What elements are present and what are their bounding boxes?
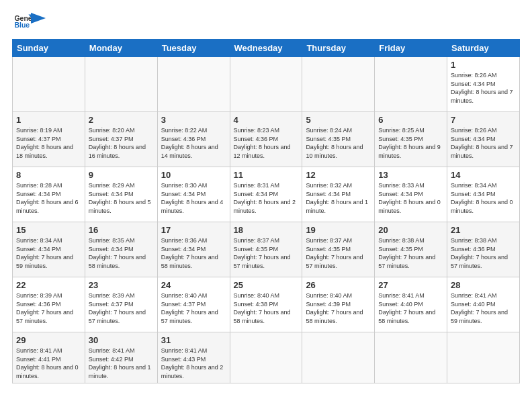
day-info: Sunrise: 8:19 AMSunset: 4:37 PMDaylight:… [16,127,73,159]
calendar-cell: 18 Sunrise: 8:37 AMSunset: 4:35 PMDaylig… [230,222,302,277]
calendar-cell: 20 Sunrise: 8:38 AMSunset: 4:35 PMDaylig… [375,222,447,277]
calendar-cell: 30 Sunrise: 8:41 AMSunset: 4:42 PMDaylig… [85,332,157,383]
day-number: 2 [89,115,154,125]
day-info: Sunrise: 8:38 AMSunset: 4:36 PMDaylight:… [451,237,508,269]
logo: General Blue [12,12,46,34]
calendar-cell: 1 Sunrise: 8:26 AMSunset: 4:34 PMDayligh… [447,57,520,112]
day-info: Sunrise: 8:38 AMSunset: 4:35 PMDaylight:… [378,237,435,269]
day-info: Sunrise: 8:20 AMSunset: 4:37 PMDaylight:… [89,127,146,159]
calendar-cell: 22 Sunrise: 8:39 AMSunset: 4:36 PMDaylig… [13,277,85,332]
day-info: Sunrise: 8:32 AMSunset: 4:34 PMDaylight:… [306,182,368,214]
calendar-cell: 8 Sunrise: 8:28 AMSunset: 4:34 PMDayligh… [13,167,85,222]
logo-icon: General Blue [13,12,32,31]
day-info: Sunrise: 8:37 AMSunset: 4:35 PMDaylight:… [306,237,363,269]
day-number: 24 [161,280,226,290]
day-number: 13 [378,170,443,180]
day-info: Sunrise: 8:28 AMSunset: 4:34 PMDaylight:… [16,182,79,214]
day-info: Sunrise: 8:41 AMSunset: 4:40 PMDaylight:… [451,292,508,324]
calendar-header-tuesday: Tuesday [157,40,230,57]
calendar-cell: 10 Sunrise: 8:30 AMSunset: 4:34 PMDaylig… [157,167,230,222]
day-number: 3 [161,115,226,125]
calendar-cell: 5 Sunrise: 8:24 AMSunset: 4:35 PMDayligh… [302,112,375,167]
day-number: 30 [89,335,154,345]
calendar-cell: 3 Sunrise: 8:22 AMSunset: 4:36 PMDayligh… [157,112,230,167]
day-number: 8 [16,170,81,180]
calendar-cell: 16 Sunrise: 8:35 AMSunset: 4:34 PMDaylig… [85,222,157,277]
logo-flag-icon [31,13,46,28]
day-info: Sunrise: 8:41 AMSunset: 4:43 PMDaylight:… [161,347,224,379]
day-number: 31 [161,335,226,345]
calendar-cell: 24 Sunrise: 8:40 AMSunset: 4:37 PMDaylig… [157,277,230,332]
day-number: 11 [234,170,299,180]
calendar-cell: 31 Sunrise: 8:41 AMSunset: 4:43 PMDaylig… [157,332,230,383]
day-info: Sunrise: 8:41 AMSunset: 4:42 PMDaylight:… [89,347,151,379]
day-info: Sunrise: 8:24 AMSunset: 4:35 PMDaylight:… [306,127,363,159]
calendar-cell: 28 Sunrise: 8:41 AMSunset: 4:40 PMDaylig… [447,277,520,332]
day-number: 20 [378,225,443,235]
calendar-header-wednesday: Wednesday [230,40,302,57]
calendar-cell: 29 Sunrise: 8:41 AMSunset: 4:41 PMDaylig… [13,332,85,383]
calendar-cell: 9 Sunrise: 8:29 AMSunset: 4:34 PMDayligh… [85,167,157,222]
day-number: 1 [16,115,81,125]
calendar-page: General Blue SundayMondayTuesdayWednesda… [0,0,532,411]
calendar-cell [302,332,375,383]
day-info: Sunrise: 8:40 AMSunset: 4:38 PMDaylight:… [234,292,291,324]
day-number: 18 [234,225,299,235]
day-info: Sunrise: 8:31 AMSunset: 4:34 PMDaylight:… [234,182,296,214]
calendar-cell [13,57,85,112]
calendar-cell: 13 Sunrise: 8:33 AMSunset: 4:34 PMDaylig… [375,167,447,222]
calendar-cell: 27 Sunrise: 8:41 AMSunset: 4:40 PMDaylig… [375,277,447,332]
day-number: 29 [16,335,81,345]
calendar-cell: 23 Sunrise: 8:39 AMSunset: 4:37 PMDaylig… [85,277,157,332]
day-number: 6 [378,115,443,125]
day-number: 28 [451,280,516,290]
calendar-table: SundayMondayTuesdayWednesdayThursdayFrid… [12,39,520,383]
calendar-cell: 19 Sunrise: 8:37 AMSunset: 4:35 PMDaylig… [302,222,375,277]
day-info: Sunrise: 8:36 AMSunset: 4:34 PMDaylight:… [161,237,218,269]
day-number: 9 [89,170,154,180]
svg-text:Blue: Blue [14,21,30,29]
calendar-cell: 11 Sunrise: 8:31 AMSunset: 4:34 PMDaylig… [230,167,302,222]
day-number: 25 [234,280,299,290]
day-number: 27 [378,280,443,290]
day-number: 12 [306,170,371,180]
header: General Blue [12,12,520,34]
calendar-cell [447,332,520,383]
day-number: 1 [451,60,516,70]
calendar-cell [157,57,230,112]
calendar-cell: 4 Sunrise: 8:23 AMSunset: 4:36 PMDayligh… [230,112,302,167]
calendar-cell [85,57,157,112]
calendar-cell: 21 Sunrise: 8:38 AMSunset: 4:36 PMDaylig… [447,222,520,277]
day-info: Sunrise: 8:41 AMSunset: 4:41 PMDaylight:… [16,347,79,379]
day-info: Sunrise: 8:34 AMSunset: 4:34 PMDaylight:… [451,182,513,214]
day-number: 16 [89,225,154,235]
calendar-cell [375,332,447,383]
day-info: Sunrise: 8:29 AMSunset: 4:34 PMDaylight:… [89,182,151,214]
day-number: 7 [451,115,516,125]
day-number: 5 [306,115,371,125]
calendar-cell: 26 Sunrise: 8:40 AMSunset: 4:39 PMDaylig… [302,277,375,332]
calendar-header-row: SundayMondayTuesdayWednesdayThursdayFrid… [13,40,520,57]
calendar-cell: 12 Sunrise: 8:32 AMSunset: 4:34 PMDaylig… [302,167,375,222]
day-number: 22 [16,280,81,290]
day-info: Sunrise: 8:37 AMSunset: 4:35 PMDaylight:… [234,237,291,269]
calendar-header-thursday: Thursday [302,40,375,57]
day-number: 10 [161,170,226,180]
day-number: 26 [306,280,371,290]
calendar-cell: 2 Sunrise: 8:20 AMSunset: 4:37 PMDayligh… [85,112,157,167]
day-info: Sunrise: 8:33 AMSunset: 4:34 PMDaylight:… [378,182,441,214]
day-number: 21 [451,225,516,235]
day-info: Sunrise: 8:22 AMSunset: 4:36 PMDaylight:… [161,127,218,159]
calendar-cell: 25 Sunrise: 8:40 AMSunset: 4:38 PMDaylig… [230,277,302,332]
day-info: Sunrise: 8:26 AMSunset: 4:34 PMDaylight:… [451,127,513,159]
day-info: Sunrise: 8:40 AMSunset: 4:39 PMDaylight:… [306,292,363,324]
calendar-cell: 14 Sunrise: 8:34 AMSunset: 4:34 PMDaylig… [447,167,520,222]
day-info: Sunrise: 8:41 AMSunset: 4:40 PMDaylight:… [378,292,435,324]
day-info: Sunrise: 8:39 AMSunset: 4:37 PMDaylight:… [89,292,146,324]
calendar-cell [230,332,302,383]
day-info: Sunrise: 8:30 AMSunset: 4:34 PMDaylight:… [161,182,224,214]
day-info: Sunrise: 8:39 AMSunset: 4:36 PMDaylight:… [16,292,73,324]
day-number: 4 [234,115,299,125]
calendar-cell [375,57,447,112]
calendar-cell: 1 Sunrise: 8:19 AMSunset: 4:37 PMDayligh… [13,112,85,167]
